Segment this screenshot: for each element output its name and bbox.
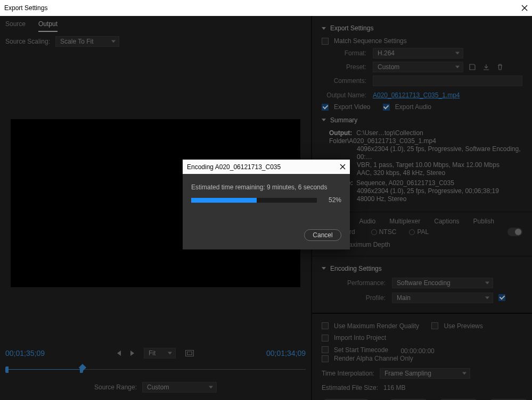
profile-checkbox[interactable] bbox=[498, 294, 505, 301]
source-output-tabs: Source Output bbox=[0, 16, 311, 32]
scrubber-in-handle[interactable] bbox=[5, 366, 9, 373]
summary-output-block: Output: C:\User…top\Collection Folder\A0… bbox=[322, 129, 522, 177]
output-name-link[interactable]: A020_06121713_C035_1.mp4 bbox=[373, 91, 460, 99]
export-audio-label: Export Audio bbox=[395, 103, 431, 111]
window-title: Export Settings bbox=[4, 4, 47, 12]
render-alpha-checkbox[interactable] bbox=[322, 355, 329, 362]
time-interp-dropdown[interactable]: Frame Sampling bbox=[380, 368, 470, 379]
export-footer: Use Maximum Render Quality Use Previews … bbox=[312, 313, 532, 401]
summary-output-label: Output: bbox=[329, 129, 355, 137]
source-range-label: Source Range: bbox=[94, 384, 137, 391]
caret-down-icon bbox=[322, 267, 326, 270]
summary-output-line-2: VBR, 1 pass, Target 10.00 Mbps, Max 12.0… bbox=[329, 161, 522, 169]
summary-output-line-1: 4096x2304 (1.0), 25 fps, Progressive, So… bbox=[329, 145, 522, 161]
encoding-eta: Estimated time remaining: 9 minutes, 6 s… bbox=[191, 184, 341, 191]
encoding-settings-heading[interactable]: Encoding Settings bbox=[322, 265, 522, 272]
caret-down-icon bbox=[322, 119, 326, 121]
pal-label: PAL bbox=[417, 228, 429, 236]
format-dropdown[interactable]: H.264 bbox=[373, 48, 463, 59]
save-preset-icon[interactable] bbox=[469, 63, 476, 71]
chevron-down-icon bbox=[455, 66, 460, 69]
chevron-down-icon bbox=[455, 52, 460, 55]
timecode-in[interactable]: 00;01;35;09 bbox=[5, 349, 45, 357]
chevron-down-icon bbox=[111, 40, 116, 43]
performance-label: Performance: bbox=[322, 279, 386, 287]
output-name-label: Output Name: bbox=[322, 91, 366, 99]
delete-preset-icon[interactable] bbox=[496, 63, 504, 71]
import-preset-icon[interactable] bbox=[482, 63, 490, 71]
profile-label: Profile: bbox=[322, 294, 386, 302]
match-sequence-label: Match Sequence Settings bbox=[334, 37, 407, 45]
preset-value: Custom bbox=[378, 63, 399, 71]
estimated-size-label: Estimated File Size: bbox=[322, 384, 378, 391]
ntsc-label: NTSC bbox=[379, 228, 397, 236]
summary-source-line-1: 4096x2304 (1.0), 25 fps, Progressive, 00… bbox=[329, 187, 522, 195]
use-previews-checkbox[interactable] bbox=[431, 322, 438, 329]
estimated-size-value: 116 MB bbox=[383, 384, 405, 391]
preview-transport: 00;01;35;09 Fit 00;01;34;09 bbox=[0, 344, 311, 397]
use-previews-label: Use Previews bbox=[444, 322, 482, 330]
chevron-down-icon bbox=[462, 372, 466, 374]
next-icon[interactable] bbox=[130, 351, 134, 356]
use-max-render-label: Use Maximum Render Quality bbox=[334, 322, 419, 330]
caret-down-icon bbox=[322, 27, 326, 30]
tab-output[interactable]: Output bbox=[38, 20, 58, 32]
export-audio-checkbox[interactable] bbox=[383, 104, 390, 111]
comments-input[interactable] bbox=[373, 76, 522, 86]
zoom-fit-dropdown[interactable]: Fit bbox=[144, 348, 176, 359]
export-settings-heading[interactable]: Export Settings bbox=[322, 24, 522, 32]
preview-scrubber[interactable] bbox=[5, 366, 306, 373]
preset-dropdown[interactable]: Custom bbox=[373, 62, 463, 72]
close-icon bbox=[340, 164, 346, 170]
ntsc-radio[interactable] bbox=[371, 229, 377, 235]
tab-captions[interactable]: Captions bbox=[434, 218, 459, 225]
encoding-settings-heading-label: Encoding Settings bbox=[330, 265, 382, 272]
performance-dropdown[interactable]: Software Encoding bbox=[392, 278, 493, 288]
summary-source-line-0: Sequence, A020_06121713_C035 bbox=[356, 179, 454, 187]
encoding-progress-dialog: Encoding A020_06121713_C035 Estimated ti… bbox=[183, 160, 350, 249]
time-interp-label: Time Interpolation: bbox=[322, 370, 374, 377]
titlebar: Export Settings bbox=[0, 0, 532, 16]
source-range-dropdown[interactable]: Custom bbox=[142, 382, 217, 393]
summary-heading-label: Summary bbox=[330, 116, 357, 124]
timecode-out[interactable]: 00;01;34;09 bbox=[266, 349, 306, 357]
encoding-dialog-title: Encoding A020_06121713_C035 bbox=[187, 163, 281, 171]
match-sequence-checkbox[interactable] bbox=[322, 38, 329, 45]
export-settings-heading-label: Export Settings bbox=[330, 24, 373, 32]
chevron-down-icon bbox=[485, 296, 489, 299]
tab-audio[interactable]: Audio bbox=[359, 218, 375, 225]
export-video-checkbox[interactable] bbox=[322, 104, 329, 111]
tab-publish[interactable]: Publish bbox=[473, 218, 494, 225]
format-label: Format: bbox=[322, 49, 366, 57]
summary-source-line-2: 48000 Hz, Stereo bbox=[329, 195, 522, 203]
profile-dropdown[interactable]: Main bbox=[392, 293, 493, 303]
start-timecode-value[interactable]: 00:00:00:00 bbox=[400, 347, 434, 355]
tab-source[interactable]: Source bbox=[5, 20, 26, 32]
close-icon bbox=[521, 5, 528, 11]
performance-value: Software Encoding bbox=[397, 279, 451, 287]
encoding-dialog-close-button[interactable] bbox=[340, 164, 346, 170]
encoding-cancel-button[interactable]: Cancel bbox=[304, 229, 341, 241]
source-range-value: Custom bbox=[147, 384, 169, 391]
source-scaling-dropdown[interactable]: Scale To Fit bbox=[55, 36, 119, 47]
comments-label: Comments: bbox=[322, 77, 366, 85]
aspect-ratio-icon[interactable] bbox=[185, 350, 194, 356]
zoom-fit-value: Fit bbox=[149, 349, 155, 357]
summary-heading[interactable]: Summary bbox=[322, 116, 522, 124]
render-alpha-label: Render Alpha Channel Only bbox=[334, 355, 413, 362]
use-max-render-checkbox[interactable] bbox=[322, 322, 329, 329]
set-start-timecode-checkbox[interactable] bbox=[322, 346, 329, 353]
format-value: H.264 bbox=[378, 49, 395, 57]
prev-icon[interactable] bbox=[117, 351, 121, 356]
pal-radio[interactable] bbox=[409, 229, 415, 235]
window-close-button[interactable] bbox=[521, 5, 528, 11]
encoding-progress-fill bbox=[191, 198, 257, 203]
source-scaling-value: Scale To Fit bbox=[60, 38, 93, 45]
source-scaling-label: Source Scaling: bbox=[5, 38, 50, 45]
chevron-down-icon bbox=[168, 352, 172, 355]
scrubber-fill bbox=[5, 369, 80, 370]
tab-multiplexer[interactable]: Multiplexer bbox=[389, 218, 420, 225]
import-into-project-checkbox[interactable] bbox=[322, 335, 329, 341]
tv-standard-toggle[interactable] bbox=[508, 228, 522, 236]
profile-value: Main bbox=[397, 294, 411, 302]
